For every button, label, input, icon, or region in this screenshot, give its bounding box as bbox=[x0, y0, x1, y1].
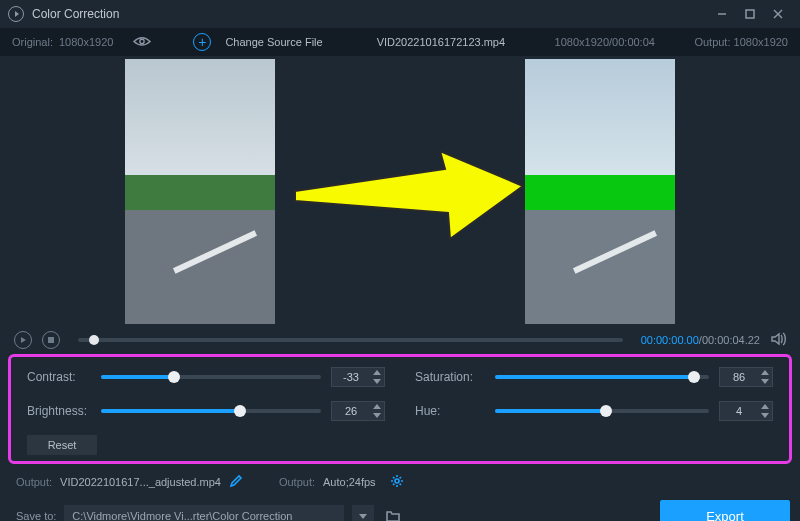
minimize-button[interactable] bbox=[708, 4, 736, 24]
brightness-control: Brightness: 26 bbox=[27, 401, 385, 421]
add-source-button[interactable]: + bbox=[193, 33, 211, 51]
app-logo-icon bbox=[8, 6, 24, 22]
saturation-up[interactable] bbox=[758, 368, 772, 377]
export-button[interactable]: Export bbox=[660, 500, 790, 521]
save-path-dropdown[interactable] bbox=[352, 505, 374, 521]
brightness-label: Brightness: bbox=[27, 404, 91, 418]
source-filename: VID20221016172123.mp4 bbox=[377, 36, 505, 48]
saturation-label: Saturation: bbox=[415, 370, 485, 384]
svg-marker-11 bbox=[373, 413, 381, 418]
contrast-label: Contrast: bbox=[27, 370, 91, 384]
maximize-button[interactable] bbox=[736, 4, 764, 24]
svg-marker-6 bbox=[373, 370, 381, 375]
output-row: Output: VID2022101617..._adjusted.mp4 Ou… bbox=[0, 470, 800, 494]
hue-label: Hue: bbox=[415, 404, 485, 418]
original-label: Original: bbox=[12, 36, 53, 48]
output-format: Auto;24fps bbox=[323, 476, 376, 488]
change-source-button[interactable]: Change Source File bbox=[225, 36, 322, 48]
contrast-control: Contrast: -33 bbox=[27, 367, 385, 387]
open-folder-button[interactable] bbox=[382, 505, 404, 521]
svg-marker-8 bbox=[761, 370, 769, 375]
time-display: 00:00:00.00/00:00:04.22 bbox=[641, 334, 760, 346]
saturation-down[interactable] bbox=[758, 377, 772, 386]
svg-marker-7 bbox=[373, 379, 381, 384]
close-button[interactable] bbox=[764, 4, 792, 24]
output-format-label: Output: bbox=[279, 476, 315, 488]
source-meta: 1080x1920/00:00:04 bbox=[555, 36, 655, 48]
play-button[interactable] bbox=[14, 331, 32, 349]
brightness-slider[interactable] bbox=[101, 409, 321, 413]
saturation-stepper[interactable]: 86 bbox=[719, 367, 773, 387]
svg-marker-5 bbox=[295, 151, 523, 239]
contrast-slider[interactable] bbox=[101, 375, 321, 379]
hue-slider[interactable] bbox=[495, 409, 709, 413]
hue-down[interactable] bbox=[758, 411, 772, 420]
edit-filename-button[interactable] bbox=[229, 474, 243, 490]
window-title: Color Correction bbox=[32, 7, 119, 21]
playback-bar: 00:00:00.00/00:00:04.22 bbox=[0, 326, 800, 354]
saturation-slider[interactable] bbox=[495, 375, 709, 379]
svg-rect-1 bbox=[746, 10, 754, 18]
comparison-arrow-icon bbox=[285, 151, 525, 241]
output-settings-button[interactable] bbox=[390, 474, 404, 490]
preview-area bbox=[0, 56, 800, 326]
contrast-stepper[interactable]: -33 bbox=[331, 367, 385, 387]
original-resolution: 1080x1920 bbox=[59, 36, 113, 48]
brightness-down[interactable] bbox=[370, 411, 384, 420]
preview-adjusted bbox=[525, 59, 675, 324]
brightness-up[interactable] bbox=[370, 402, 384, 411]
save-path-field[interactable]: C:\Vidmore\Vidmore Vi...rter\Color Corre… bbox=[64, 505, 344, 521]
reset-button[interactable]: Reset bbox=[27, 435, 97, 455]
saturation-control: Saturation: 86 bbox=[415, 367, 773, 387]
hue-control: Hue: 4 bbox=[415, 401, 773, 421]
svg-marker-10 bbox=[373, 404, 381, 409]
color-adjust-panel: Contrast: -33 Saturation: 86 Brightness:… bbox=[8, 354, 792, 464]
svg-marker-9 bbox=[761, 379, 769, 384]
svg-point-4 bbox=[140, 39, 144, 43]
preview-toggle-icon[interactable] bbox=[133, 36, 151, 48]
contrast-down[interactable] bbox=[370, 377, 384, 386]
hue-up[interactable] bbox=[758, 402, 772, 411]
volume-button[interactable] bbox=[770, 331, 786, 350]
output-file-label: Output: bbox=[16, 476, 52, 488]
save-to-label: Save to: bbox=[16, 510, 56, 521]
title-bar: Color Correction bbox=[0, 0, 800, 28]
preview-original bbox=[125, 59, 275, 324]
save-row: Save to: C:\Vidmore\Vidmore Vi...rter\Co… bbox=[0, 498, 800, 521]
hue-stepper[interactable]: 4 bbox=[719, 401, 773, 421]
output-meta: Output: 1080x1920 bbox=[694, 36, 788, 48]
svg-marker-15 bbox=[359, 514, 367, 519]
svg-point-14 bbox=[395, 479, 399, 483]
info-bar: Original: 1080x1920 + Change Source File… bbox=[0, 28, 800, 56]
brightness-stepper[interactable]: 26 bbox=[331, 401, 385, 421]
output-filename: VID2022101617..._adjusted.mp4 bbox=[60, 476, 221, 488]
stop-button[interactable] bbox=[42, 331, 60, 349]
contrast-up[interactable] bbox=[370, 368, 384, 377]
svg-marker-13 bbox=[761, 413, 769, 418]
svg-marker-12 bbox=[761, 404, 769, 409]
timeline-slider[interactable] bbox=[78, 338, 623, 342]
